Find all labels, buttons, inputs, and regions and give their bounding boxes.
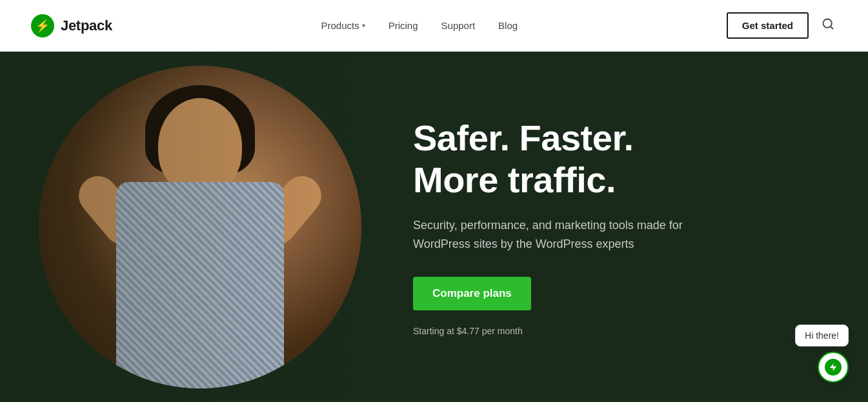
- get-started-button[interactable]: Get started: [727, 12, 809, 39]
- compare-plans-button[interactable]: Compare plans: [413, 277, 531, 310]
- nav-actions: Get started: [727, 12, 837, 39]
- logo-icon: ⚡: [31, 14, 54, 37]
- chat-widget: Hi there!: [795, 325, 849, 383]
- hero-section: Safer. Faster. More traffic. Security, p…: [0, 52, 868, 402]
- search-icon: [822, 17, 834, 30]
- nav-pricing[interactable]: Pricing: [389, 20, 418, 31]
- hero-content: Safer. Faster. More traffic. Security, p…: [413, 79, 710, 374]
- nav-support[interactable]: Support: [441, 20, 476, 31]
- header: ⚡ Jetpack Products ▾ Pricing Support Blo…: [0, 0, 868, 52]
- logo-text: Jetpack: [61, 17, 112, 34]
- chat-open-button[interactable]: [818, 352, 849, 383]
- chat-icon: [825, 359, 842, 376]
- svg-marker-2: [830, 363, 837, 371]
- hero-headline: Safer. Faster. More traffic.: [413, 117, 710, 201]
- chevron-down-icon: ▾: [362, 22, 365, 29]
- hero-subtext: Security, performance, and marketing too…: [413, 216, 710, 254]
- svg-line-1: [831, 26, 833, 29]
- hero-image: [39, 66, 361, 388]
- hero-starting-price: Starting at $4.77 per month: [413, 326, 710, 336]
- chat-greeting: Hi there!: [795, 325, 849, 347]
- nav-products[interactable]: Products ▾: [321, 20, 365, 31]
- main-nav: Products ▾ Pricing Support Blog: [321, 20, 518, 31]
- logo-link[interactable]: ⚡ Jetpack: [31, 14, 112, 37]
- search-button[interactable]: [819, 15, 837, 36]
- hero-cta-area: Compare plans Starting at $4.77 per mont…: [413, 277, 710, 336]
- nav-blog[interactable]: Blog: [498, 20, 518, 31]
